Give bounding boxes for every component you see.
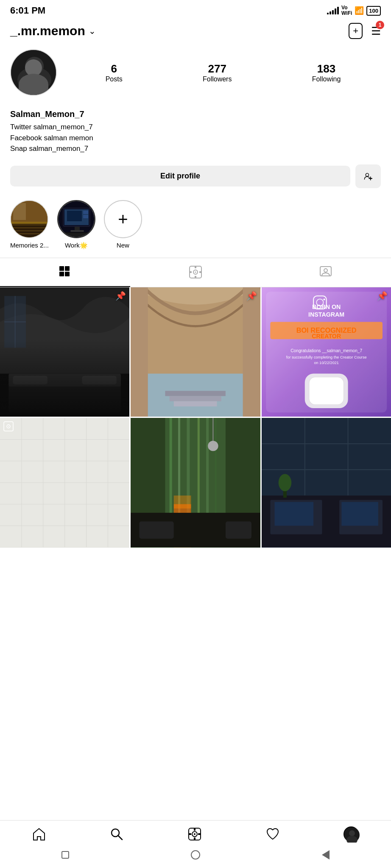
battery-icon: 100 (366, 6, 381, 16)
svg-rect-47 (82, 376, 116, 384)
svg-rect-24 (83, 215, 88, 218)
search-nav-button[interactable] (110, 827, 123, 841)
svg-point-2 (25, 57, 44, 75)
bottom-nav-items (0, 821, 391, 845)
android-nav (0, 845, 391, 868)
svg-rect-22 (67, 211, 82, 221)
highlight-new-circle: + (104, 200, 142, 238)
profile-nav-button[interactable] (344, 826, 359, 842)
highlight-memories-label: Memories 2... (10, 242, 49, 249)
svg-rect-23 (83, 211, 88, 214)
grid-post-4[interactable] (0, 418, 129, 547)
username-nav[interactable]: _.mr.memon ⌄ (10, 24, 96, 38)
svg-rect-46 (13, 376, 47, 384)
wifi-icon: 📶 (355, 6, 364, 15)
svg-rect-97 (215, 418, 217, 513)
android-back-button[interactable] (319, 849, 332, 861)
edit-profile-button[interactable]: Edit profile (10, 166, 350, 186)
highlight-work[interactable]: Work🌟 (57, 200, 95, 249)
avatar[interactable] (10, 49, 57, 96)
svg-rect-116 (274, 502, 313, 526)
followers-count: 277 (203, 62, 232, 75)
highlight-memories[interactable]: Memories 2... (10, 200, 49, 249)
top-nav: _.mr.memon ⌄ + ☰ 1 (0, 19, 391, 44)
bottom-nav (0, 820, 391, 868)
pin-icon-2: 📌 (246, 291, 257, 301)
username-title: _.mr.memon (10, 24, 85, 38)
svg-point-6 (366, 173, 369, 176)
android-recents-button[interactable] (59, 849, 72, 861)
add-post-button[interactable]: + (349, 23, 363, 39)
tab-tagged[interactable] (261, 258, 391, 287)
svg-text:on 10/22/2021: on 10/22/2021 (314, 361, 339, 365)
bio-line-3: Snap salman_memon_7 (10, 143, 381, 154)
svg-rect-73 (309, 377, 344, 405)
action-buttons: Edit profile (0, 161, 391, 195)
status-time: 6:01 PM (10, 5, 45, 16)
svg-rect-12 (11, 224, 48, 225)
followers-label: Followers (203, 75, 232, 83)
svg-point-5 (36, 64, 39, 68)
svg-rect-127 (189, 833, 191, 835)
following-label: Following (312, 75, 341, 83)
svg-point-35 (195, 271, 196, 273)
svg-point-88 (8, 426, 9, 427)
highlight-new[interactable]: + New (104, 200, 142, 249)
dropdown-icon[interactable]: ⌄ (89, 26, 96, 36)
notification-badge: 1 (376, 21, 384, 29)
svg-rect-17 (13, 203, 26, 220)
menu-button[interactable]: ☰ 1 (371, 24, 381, 38)
posts-count: 6 (106, 62, 123, 75)
grid-post-6[interactable] (262, 418, 391, 547)
svg-rect-37 (195, 276, 196, 278)
home-nav-button[interactable] (32, 827, 46, 841)
highlight-work-label: Work🌟 (65, 242, 88, 249)
content-tabs (0, 258, 391, 287)
pin-icon-1: 📌 (115, 291, 126, 301)
tab-reels[interactable] (130, 258, 260, 287)
svg-rect-126 (194, 837, 196, 840)
grid-post-2[interactable]: 📌 (131, 287, 260, 417)
highlight-new-label: New (117, 242, 129, 249)
posts-label: Posts (106, 75, 123, 83)
vo-wifi-label: VoWiFi (341, 5, 352, 16)
plus-icon: + (118, 211, 128, 228)
svg-rect-58 (174, 401, 217, 406)
profile-section: 6 Posts 277 Followers 183 Following (0, 44, 391, 109)
nav-icons: + ☰ 1 (349, 23, 381, 39)
android-home-button[interactable] (189, 849, 202, 861)
svg-rect-45 (8, 373, 121, 387)
grid-post-3[interactable]: BORN ON INSTAGRAM BOI RECOGNIZED CREATOR… (262, 287, 391, 417)
likes-nav-button[interactable] (266, 827, 279, 841)
svg-rect-28 (62, 233, 92, 236)
svg-rect-92 (170, 418, 172, 513)
reels-nav-button[interactable] (188, 827, 201, 841)
svg-point-1 (17, 67, 51, 92)
svg-point-124 (194, 833, 196, 835)
svg-text:for successfully completing th: for successfully completing the Creator … (286, 355, 366, 359)
posts-grid: 📌 📌 (0, 287, 391, 548)
svg-rect-103 (213, 418, 214, 444)
svg-rect-128 (198, 833, 201, 835)
svg-rect-15 (11, 233, 48, 234)
svg-rect-95 (198, 418, 200, 513)
following-stat[interactable]: 183 Following (312, 62, 341, 83)
following-count: 183 (312, 62, 341, 75)
svg-rect-54 (243, 287, 260, 417)
tab-grid[interactable] (0, 258, 130, 287)
svg-rect-117 (341, 502, 378, 526)
bio-line-1: Twitter salman_memon_7 (10, 122, 381, 133)
svg-rect-38 (190, 271, 192, 273)
svg-rect-102 (226, 521, 251, 539)
grid-post-5[interactable] (131, 418, 260, 547)
svg-rect-56 (165, 391, 226, 396)
add-person-button[interactable] (355, 164, 381, 188)
svg-text:CREATOR: CREATOR (312, 333, 341, 339)
svg-line-121 (118, 835, 122, 840)
grid-post-1[interactable]: 📌 (0, 287, 129, 417)
followers-stat[interactable]: 277 Followers (203, 62, 232, 83)
posts-stat[interactable]: 6 Posts (106, 62, 123, 83)
svg-rect-26 (70, 230, 84, 232)
svg-rect-32 (65, 272, 70, 276)
grid-icon (59, 266, 72, 278)
